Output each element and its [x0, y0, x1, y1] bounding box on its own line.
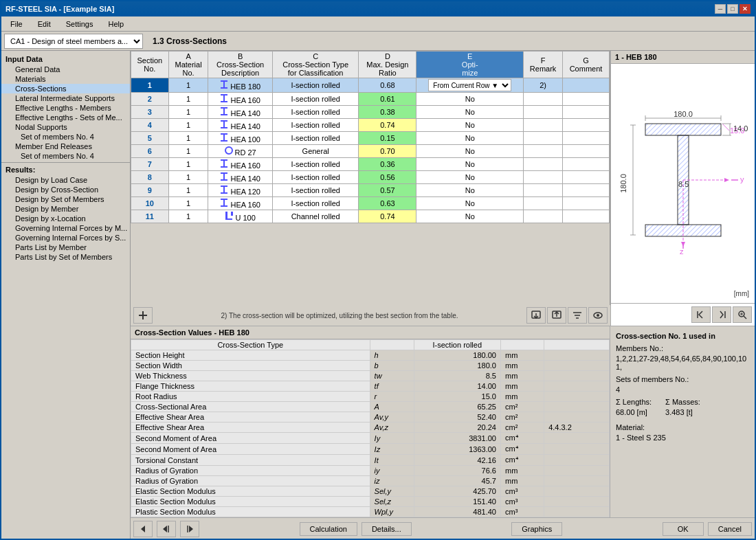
cell-optimize: No [416, 119, 524, 132]
cs-zoom-button[interactable] [733, 306, 752, 323]
cell-optimize[interactable]: From Current Row ▼ [416, 78, 524, 93]
sidebar-item-design-x-location[interactable]: Design by x-Location [1, 214, 130, 223]
cs-val-col-val: I-section rolled [414, 340, 500, 350]
sidebar-item-gov-int-forces-m[interactable]: Governing Internal Forces by M... [1, 223, 130, 233]
sidebar-item-lateral-supports[interactable]: Lateral Intermediate Supports [1, 93, 130, 103]
sidebar-item-general-data[interactable]: General Data [1, 65, 130, 74]
minimize-button[interactable]: ─ [715, 4, 726, 14]
cs-lengths-value: 68.00 [m] [616, 408, 652, 416]
cs-row-note [544, 476, 610, 486]
cell-material-no: 1 [168, 132, 208, 145]
cell-ratio: 0.70 [359, 145, 416, 158]
cell-material-no: 1 [168, 210, 208, 223]
sidebar-item-member-end-releases[interactable]: Member End Releases [1, 142, 130, 151]
cell-optimize: No [416, 132, 524, 145]
cs-row-sym: Wpl,y [370, 507, 414, 517]
cell-optimize: No [416, 197, 524, 210]
col-header-h-comment: GComment [563, 52, 610, 78]
cell-ratio: 0.74 [359, 119, 416, 132]
nav-back-button[interactable] [133, 521, 153, 537]
close-button[interactable]: ✕ [740, 4, 751, 14]
cell-section-no: 6 [131, 145, 169, 158]
maximize-button[interactable]: □ [727, 4, 738, 14]
details-button[interactable]: Details... [362, 522, 412, 536]
table-btn-row: 2) The cross-section will be optimized, … [131, 305, 610, 326]
cs-val-col-name: Cross-Section Type [131, 340, 370, 350]
import-button[interactable] [547, 307, 566, 324]
cs-row-unit: cm² [500, 412, 544, 423]
cross-section-svg: 180.0 180.0 [618, 104, 748, 262]
svg-text:180.0: 180.0 [674, 110, 693, 118]
cs-row-val: 42.16 [414, 455, 500, 466]
window-controls: ─ □ ✕ [715, 4, 751, 14]
svg-rect-5 [221, 101, 227, 102]
main-table: SectionNo. AMaterialNo. BCross-SectionDe… [131, 51, 610, 223]
svg-rect-20 [223, 174, 225, 179]
ok-button[interactable]: OK [663, 522, 704, 536]
sidebar-item-eff-lengths-members[interactable]: Effective Lengths - Members [1, 103, 130, 113]
sidebar-item-parts-list-set[interactable]: Parts List by Set of Members [1, 252, 130, 262]
sidebar-item-set-members-4a[interactable]: Set of members No. 4 [1, 132, 130, 142]
svg-rect-21 [221, 179, 227, 181]
optimize-select[interactable]: From Current Row ▼ [428, 79, 511, 91]
input-data-label: Input Data [1, 54, 130, 65]
cs-row-unit: cm³ [500, 486, 544, 497]
menu-file[interactable]: File [4, 18, 29, 30]
sidebar-item-design-cross-section[interactable]: Design by Cross-Section [1, 185, 130, 194]
cs-row-val: 65.25 [414, 402, 500, 412]
cs-export-button[interactable] [712, 306, 731, 323]
sidebar-item-eff-lengths-sets[interactable]: Effective Lengths - Sets of Me... [1, 113, 130, 122]
menu-settings[interactable]: Settings [60, 18, 100, 30]
sidebar-item-design-member[interactable]: Design by Member [1, 204, 130, 214]
cs-row-unit: cm² [500, 402, 544, 412]
cell-material-no: 1 [168, 197, 208, 210]
svg-marker-75 [141, 526, 145, 532]
case-dropdown[interactable]: CA1 - Design of steel members a... [4, 34, 143, 49]
cs-row-note [544, 361, 610, 371]
sidebar-item-materials[interactable]: Materials [1, 74, 130, 84]
eye-button[interactable] [588, 307, 608, 324]
filter-button[interactable] [568, 307, 587, 324]
col-header-g-remark: FRemark [524, 52, 563, 78]
graphics-button[interactable]: Graphics [511, 522, 562, 536]
sidebar-item-parts-list-member[interactable]: Parts List by Member [1, 243, 130, 252]
main-table-container[interactable]: SectionNo. AMaterialNo. BCross-SectionDe… [131, 51, 610, 305]
cancel-button[interactable]: Cancel [708, 522, 752, 536]
nav-first-button[interactable] [157, 521, 176, 537]
cell-desc: HEA 160 [208, 197, 273, 210]
cell-remark [524, 210, 563, 223]
add-row-button[interactable] [133, 307, 153, 324]
nav-last-button[interactable] [180, 521, 199, 537]
sidebar-item-gov-int-forces-s[interactable]: Governing Internal Forces by S... [1, 233, 130, 243]
sidebar-item-cross-sections[interactable]: Cross-Sections [1, 84, 130, 93]
cs-prev-button[interactable] [691, 306, 711, 323]
cs-row-note [544, 455, 610, 466]
cell-section-no: 8 [131, 171, 169, 184]
cell-optimize: No [416, 106, 524, 119]
cs-info-panel: Cross-section No. 1 used in Members No.:… [610, 326, 755, 517]
export-button[interactable] [526, 307, 546, 324]
svg-rect-1 [223, 82, 225, 87]
cs-row-name: Second Moment of Area [131, 444, 370, 455]
cell-section-no: 4 [131, 119, 169, 132]
cs-row-val: 481.40 [414, 507, 500, 517]
cell-comment [563, 158, 610, 171]
sidebar-item-design-set-members[interactable]: Design by Set of Members [1, 194, 130, 204]
cell-remark [524, 197, 563, 210]
calculation-button[interactable]: Calculation [300, 522, 357, 536]
cell-desc: HEA 140 [208, 106, 273, 119]
cs-row-sym: b [370, 361, 414, 371]
sidebar-item-set-members-4b[interactable]: Set of members No. 4 [1, 151, 130, 161]
cell-comment [563, 171, 610, 184]
sidebar-item-nodal-supports[interactable]: Nodal Supports [1, 122, 130, 132]
cell-type: I-section rolled [272, 184, 359, 197]
sidebar-item-design-load-case[interactable]: Design by Load Case [1, 175, 130, 185]
cell-remark [524, 106, 563, 119]
table-area: SectionNo. AMaterialNo. BCross-SectionDe… [131, 51, 755, 326]
menu-edit[interactable]: Edit [32, 18, 57, 30]
cs-row-sym: r [370, 392, 414, 402]
cell-section-no: 7 [131, 158, 169, 171]
cell-comment [563, 197, 610, 210]
menu-help[interactable]: Help [102, 18, 130, 30]
svg-rect-25 [221, 199, 227, 200]
